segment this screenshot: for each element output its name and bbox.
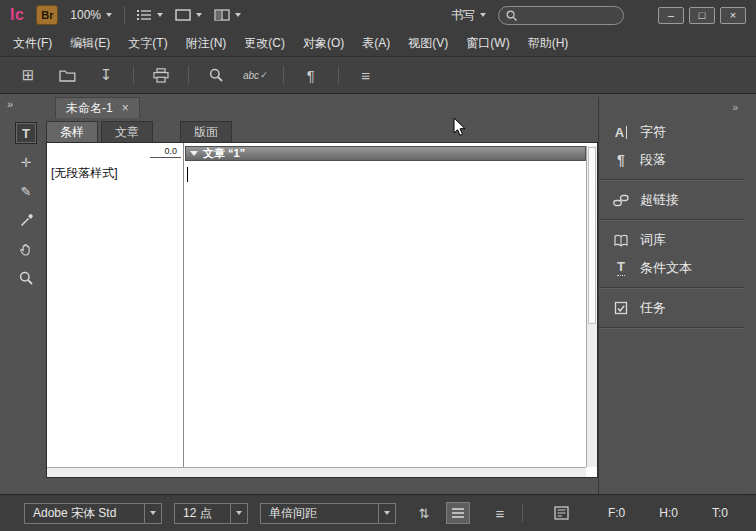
position-tool[interactable]: ✛ [15,151,37,173]
arrows-updown-icon[interactable]: ⇅ [412,502,436,524]
menu-object[interactable]: 对象(O) [294,35,353,52]
panel-button-thesaurus[interactable]: 词库 [599,226,744,254]
minimize-button[interactable]: – [658,7,684,24]
open-button[interactable] [55,62,79,88]
galley-view[interactable]: 0.0 [无段落样式] 文章 “1” [46,142,598,478]
panel-button-paragraph[interactable]: ¶ 段落 [599,146,744,174]
story-header-bar[interactable]: 文章 “1” [185,146,586,161]
tab-story[interactable]: 文章 [101,121,153,142]
show-hidden-characters-button[interactable]: ¶ [299,62,323,88]
menu-notes[interactable]: 附注(N) [177,35,236,52]
panel-button-hyperlinks[interactable]: 超链接 [599,186,744,214]
type-tool[interactable]: T [15,122,37,144]
separator [124,6,125,24]
menu-edit[interactable]: 编辑(E) [61,35,119,52]
document-area: 条样 文章 版面 0.0 [无段落样式] 文章 “1” [46,120,598,478]
menu-file[interactable]: 文件(F) [4,35,61,52]
search-box[interactable] [498,6,624,25]
collapse-right-dock-button[interactable]: » [732,102,737,113]
search-input[interactable] [522,9,616,21]
workspace-switcher[interactable]: 书写 [451,7,486,24]
save-button[interactable]: ↧ [94,62,118,88]
galley-info-column: 0.0 [无段落样式] [47,143,184,467]
thesaurus-book-icon [612,234,630,247]
view-options-icon [137,9,152,21]
collapse-left-panel-button[interactable]: » [7,98,13,110]
toolbar-menu-button[interactable]: ≡ [354,62,378,88]
panel-label: 超链接 [640,191,679,209]
vertical-scrollbar[interactable] [586,146,597,467]
menu-view[interactable]: 视图(V) [399,35,457,52]
zoom-value: 100% [70,8,101,22]
arrange-documents-dropdown[interactable] [214,9,241,21]
statusbar-menu-button[interactable]: ≡ [488,502,512,524]
new-document-button[interactable]: ⊞ [16,62,40,88]
menu-bar: 文件(F) 编辑(E) 文字(T) 附注(N) 更改(C) 对象(O) 表(A)… [0,30,756,56]
story-column[interactable]: 文章 “1” [185,143,586,467]
tools-panel: T ✛ ✎ [11,120,41,289]
maximize-button[interactable]: □ [689,7,715,24]
panel-button-conditional-text[interactable]: T 条件文本 [599,254,744,282]
view-options-dropdown[interactable] [137,9,163,21]
menu-changes[interactable]: 更改(C) [235,35,294,52]
font-family-dropdown[interactable]: Adobe 宋体 Std [24,503,162,524]
menu-type[interactable]: 文字(T) [119,35,176,52]
panel-label: 字符 [640,123,666,141]
search-icon [209,68,223,82]
workspace-area: » 未命名-1 × T ✛ ✎ 条样 文章 版面 [0,94,756,494]
hand-icon [19,242,34,257]
galley-info-toggle[interactable] [446,502,470,524]
print-button[interactable] [149,62,173,88]
panel-button-assignments[interactable]: 任务 [599,294,744,322]
panel-label: 段落 [640,151,666,169]
document-tab[interactable]: 未命名-1 × [55,97,140,118]
tab-galley[interactable]: 条样 [46,121,98,142]
zoom-tool[interactable] [15,267,37,289]
horizontal-scrollbar[interactable] [47,467,586,477]
separator [133,66,134,84]
close-tab-icon[interactable]: × [122,101,129,115]
zoom-dropdown[interactable]: 100% [70,8,112,22]
chevron-down-icon[interactable] [144,504,161,523]
workspace-label: 书写 [451,7,475,24]
spell-check-button[interactable]: abc ✓ [243,62,268,88]
eyedropper-icon [19,213,34,228]
main-toolbar: ⊞ ↧ abc ✓ ¶ ≡ [0,56,756,94]
chevron-down-icon [235,13,241,17]
chevron-down-icon[interactable] [378,504,395,523]
hand-tool[interactable] [15,238,37,260]
bridge-button[interactable]: Br [36,5,58,25]
menu-help[interactable]: 帮助(H) [519,35,578,52]
depth-ruler-value: 0.0 [150,146,181,158]
dock-divider [599,219,744,221]
spell-abc-icon: abc [243,70,259,81]
counter-f: F:0 [608,506,625,520]
scrollbar-thumb[interactable] [588,147,596,324]
incopy-logo: Ic [10,6,24,24]
eyedropper-tool[interactable] [15,209,37,231]
chevron-down-icon[interactable] [230,504,247,523]
panel-label: 词库 [640,231,666,249]
panel-button-character[interactable]: A 字符 [599,118,744,146]
menu-table[interactable]: 表(A) [353,35,399,52]
chevron-down-icon [480,13,486,17]
hyperlink-icon [612,194,630,207]
status-bar: Adobe 宋体 Std 12 点 单倍间距 ⇅ ≡ F:0 H:0 T:0 [0,494,756,531]
font-size-dropdown[interactable]: 12 点 [174,503,248,524]
close-button[interactable]: × [720,7,746,24]
chevron-down-icon [157,13,163,17]
mouse-cursor [453,117,466,137]
tab-layout[interactable]: 版面 [180,121,232,142]
open-folder-icon [59,69,76,82]
find-button[interactable] [204,62,228,88]
menu-window[interactable]: 窗口(W) [457,35,518,52]
panel-label: 条件文本 [640,259,692,277]
note-tool[interactable]: ✎ [15,180,37,202]
collapse-story-icon[interactable] [190,151,198,156]
line-spacing-dropdown[interactable]: 单倍间距 [260,503,396,524]
character-icon: A [612,125,630,140]
right-dock: » A 字符 ¶ 段落 超链接 词库 [598,97,744,494]
screen-mode-dropdown[interactable] [175,9,202,21]
list-lines-icon [451,507,465,519]
title-bar: Ic Br 100% 书写 – □ × [0,0,756,30]
